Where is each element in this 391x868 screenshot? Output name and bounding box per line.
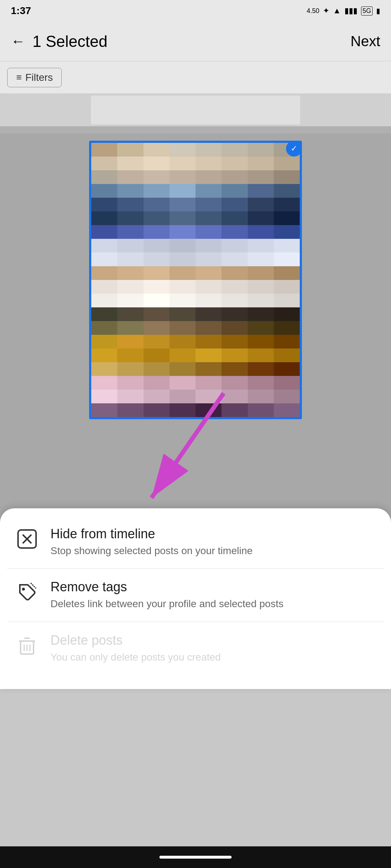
top-image-strip	[0, 94, 391, 126]
status-time: 1:37	[11, 5, 31, 17]
trash-icon	[16, 635, 38, 656]
remove-tags-title: Remove tags	[50, 579, 377, 595]
svg-point-5	[22, 588, 25, 591]
page-title: 1 Selected	[32, 32, 107, 51]
next-button[interactable]: Next	[351, 33, 380, 49]
hide-timeline-item[interactable]: Hide from timeline Stop showing selected…	[0, 516, 391, 568]
filters-icon: ≡	[16, 72, 22, 83]
bottom-sheet: Hide from timeline Stop showing selected…	[0, 508, 391, 689]
status-bar: 1:37 4.50 ✦ ▲ ▮▮▮ 5G ▮	[0, 0, 391, 22]
nav-left: ← 1 Selected	[11, 32, 107, 51]
delete-posts-icon	[14, 633, 40, 658]
hide-timeline-title: Hide from timeline	[50, 526, 377, 542]
status-icons: 4.50 ✦ ▲ ▮▮▮ 5G ▮	[307, 6, 380, 16]
home-indicator	[0, 846, 391, 868]
selected-image-wrapper[interactable]: ✓	[0, 133, 391, 426]
bluetooth-icon: ✦	[323, 6, 329, 16]
delete-posts-desc: You can only delete posts you created	[50, 651, 377, 664]
battery-icon: ▮	[376, 6, 380, 15]
hide-timeline-icon	[14, 526, 40, 552]
delete-posts-text: Delete posts You can only delete posts y…	[50, 633, 377, 664]
data-speed-icon: 4.50	[307, 7, 319, 15]
delete-posts-title: Delete posts	[50, 633, 377, 648]
signal-icon: ▮▮▮	[344, 6, 357, 16]
back-button[interactable]: ←	[11, 33, 25, 49]
hide-timeline-text: Hide from timeline Stop showing selected…	[50, 526, 377, 557]
wifi-icon: ▲	[333, 6, 341, 16]
nav-bar: ← 1 Selected Next	[0, 22, 391, 61]
remove-tags-item[interactable]: Remove tags Deletes link between your pr…	[0, 569, 391, 621]
filters-label: Filters	[25, 72, 53, 83]
x-square-icon	[16, 528, 38, 550]
remove-tags-icon	[14, 579, 40, 605]
selected-check-icon: ✓	[286, 141, 302, 157]
filters-bar: ≡ Filters	[0, 61, 391, 94]
delete-posts-item: Delete posts You can only delete posts y…	[0, 622, 391, 675]
remove-tags-text: Remove tags Deletes link between your pr…	[50, 579, 377, 610]
home-bar	[159, 856, 232, 859]
tag-icon	[16, 581, 38, 603]
network-type-icon: 5G	[361, 6, 373, 16]
filters-button[interactable]: ≡ Filters	[7, 68, 62, 87]
remove-tags-desc: Deletes link between your profile and se…	[50, 597, 377, 610]
pixel-art	[91, 143, 300, 417]
gallery-area: ✓	[0, 94, 391, 689]
hide-timeline-desc: Stop showing selected posts on your time…	[50, 544, 377, 557]
selected-image[interactable]: ✓	[89, 141, 302, 419]
